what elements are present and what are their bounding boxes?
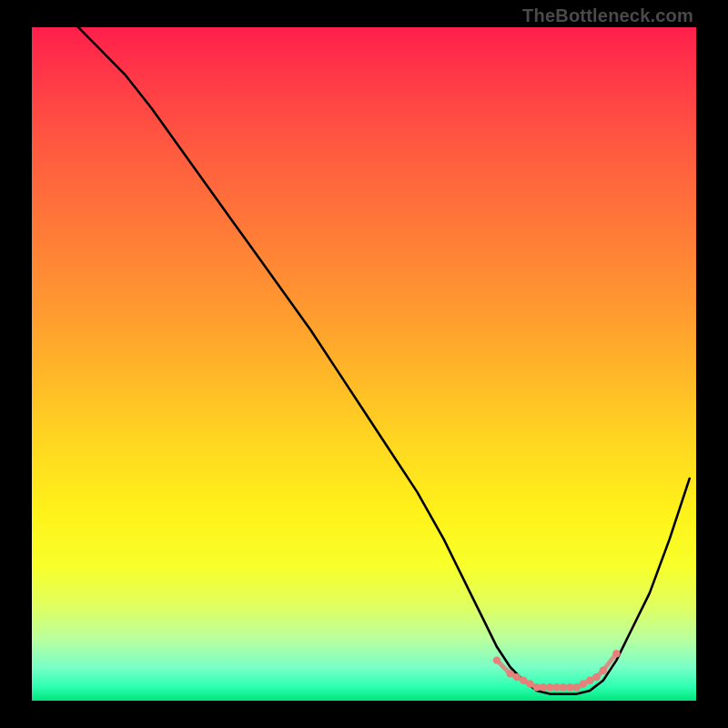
svg-point-16 <box>612 650 620 657</box>
svg-point-14 <box>592 673 600 681</box>
svg-point-7 <box>546 683 553 691</box>
svg-point-15 <box>600 667 607 674</box>
svg-point-13 <box>586 677 593 684</box>
svg-point-2 <box>513 673 521 681</box>
svg-point-4 <box>526 680 533 687</box>
svg-point-6 <box>540 683 547 691</box>
svg-point-9 <box>560 683 567 691</box>
chart-svg <box>32 27 696 701</box>
svg-point-11 <box>572 683 580 691</box>
svg-point-10 <box>566 683 573 691</box>
bottleneck-curve <box>78 27 690 694</box>
watermark: TheBottleneck.com <box>522 5 693 26</box>
svg-point-12 <box>580 680 587 687</box>
svg-point-1 <box>506 670 513 677</box>
svg-point-0 <box>493 656 500 663</box>
plot-area <box>32 27 696 701</box>
chart-container: TheBottleneck.com <box>0 0 728 728</box>
svg-point-5 <box>533 683 541 691</box>
svg-point-3 <box>520 677 527 684</box>
svg-point-8 <box>553 683 561 691</box>
